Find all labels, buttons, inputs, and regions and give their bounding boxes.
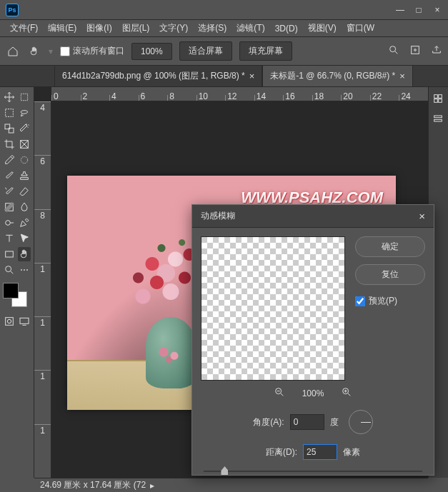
marquee-tool[interactable] bbox=[3, 106, 16, 120]
blur-tool[interactable] bbox=[18, 200, 31, 214]
lasso-tool[interactable] bbox=[18, 106, 31, 120]
svg-point-8 bbox=[21, 156, 27, 163]
quick-select-tool[interactable] bbox=[3, 121, 16, 136]
search-icon[interactable] bbox=[388, 44, 399, 58]
app-logo: Ps bbox=[6, 4, 19, 16]
zoom-in-icon[interactable] bbox=[341, 386, 352, 400]
panel-icon-2[interactable] bbox=[432, 113, 445, 126]
svg-rect-17 bbox=[438, 95, 442, 99]
svg-rect-16 bbox=[434, 95, 437, 99]
screen-mode-toggle[interactable] bbox=[18, 314, 31, 328]
foreground-swatch[interactable] bbox=[3, 283, 19, 298]
dodge-tool[interactable] bbox=[3, 216, 16, 230]
svg-point-0 bbox=[390, 46, 396, 52]
slider-thumb[interactable] bbox=[221, 466, 228, 475]
tab-document-2[interactable]: 未标题-1 @ 66.7% (0, RGB/8#) *× bbox=[262, 65, 413, 86]
menu-image[interactable]: 图像(I) bbox=[82, 21, 116, 36]
menu-layer[interactable]: 图层(L) bbox=[118, 21, 154, 36]
vertical-ruler: 4681111 bbox=[34, 101, 51, 478]
quick-mask-toggle[interactable] bbox=[3, 314, 16, 328]
distance-input[interactable] bbox=[303, 444, 337, 460]
menu-3d[interactable]: 3D(D) bbox=[271, 22, 302, 35]
svg-point-14 bbox=[8, 319, 11, 323]
color-swatches[interactable] bbox=[3, 283, 27, 307]
reset-button[interactable]: 复位 bbox=[355, 264, 425, 285]
brush-tool[interactable] bbox=[3, 169, 16, 183]
svg-rect-13 bbox=[6, 318, 14, 326]
svg-rect-15 bbox=[20, 318, 29, 323]
svg-rect-19 bbox=[438, 99, 442, 103]
distance-label: 距离(D): bbox=[266, 446, 297, 458]
home-icon[interactable] bbox=[6, 44, 20, 59]
menu-filter[interactable]: 滤镜(T) bbox=[232, 21, 269, 36]
distance-slider[interactable] bbox=[204, 464, 422, 478]
angle-input[interactable] bbox=[290, 414, 324, 430]
zoom-tool[interactable] bbox=[3, 263, 16, 277]
menu-edit[interactable]: 编辑(E) bbox=[44, 21, 81, 36]
workspace-icon[interactable] bbox=[409, 44, 421, 58]
dialog-title: 动感模糊 bbox=[201, 210, 235, 222]
distance-unit: 像素 bbox=[343, 446, 360, 458]
frame-tool[interactable] bbox=[18, 137, 31, 151]
motion-blur-dialog: 动感模糊 × 确定 复位 预览(P) 100% 角度(A): 度 距离(D): … bbox=[191, 204, 434, 476]
svg-rect-1 bbox=[412, 46, 419, 54]
menu-file[interactable]: 文件(F) bbox=[6, 21, 42, 36]
options-bar: ▾ 滚动所有窗口 100% 适合屏幕 填充屏幕 bbox=[0, 37, 448, 66]
svg-rect-21 bbox=[434, 119, 442, 121]
hand-tool-icon[interactable] bbox=[27, 44, 41, 59]
dialog-titlebar[interactable]: 动感模糊 × bbox=[192, 205, 434, 228]
edit-toolbar[interactable]: ⋯ bbox=[18, 263, 31, 277]
pen-tool[interactable] bbox=[18, 216, 31, 230]
move-tool[interactable] bbox=[3, 90, 16, 104]
eraser-tool[interactable] bbox=[18, 184, 31, 199]
svg-rect-20 bbox=[434, 116, 442, 118]
ok-button[interactable]: 确定 bbox=[355, 236, 425, 257]
fit-screen-button[interactable]: 适合屏幕 bbox=[179, 41, 232, 61]
gradient-tool[interactable] bbox=[3, 200, 16, 214]
crop-tool[interactable] bbox=[3, 137, 16, 151]
angle-unit: 度 bbox=[330, 416, 339, 428]
preview-checkbox[interactable]: 预览(P) bbox=[355, 295, 425, 307]
tab-close-icon[interactable]: × bbox=[399, 71, 405, 81]
zoom-out-icon[interactable] bbox=[274, 386, 285, 400]
svg-point-12 bbox=[6, 266, 11, 272]
close-button[interactable]: × bbox=[432, 5, 442, 15]
tab-close-icon[interactable]: × bbox=[249, 71, 255, 81]
magic-wand-tool[interactable] bbox=[18, 121, 31, 136]
svg-point-2 bbox=[414, 49, 417, 51]
status-bar: 24.69 厘米 x 17.64 厘米 (72▸ bbox=[34, 478, 428, 492]
clone-stamp-tool[interactable] bbox=[18, 169, 31, 183]
share-icon[interactable] bbox=[431, 44, 442, 58]
scroll-all-checkbox[interactable]: 滚动所有窗口 bbox=[60, 45, 124, 57]
horizontal-ruler: 024681012141618202224 bbox=[51, 87, 428, 101]
eyedropper-tool[interactable] bbox=[3, 153, 16, 167]
history-brush-tool[interactable] bbox=[3, 184, 16, 199]
type-tool[interactable] bbox=[3, 231, 16, 246]
document-tabs: 614d1b2a799db.png @ 100% (图层 1, RGB/8) *… bbox=[0, 66, 448, 87]
svg-rect-11 bbox=[6, 251, 14, 257]
path-select-tool[interactable] bbox=[18, 231, 31, 246]
rectangle-tool[interactable] bbox=[3, 247, 16, 261]
maximize-button[interactable]: □ bbox=[414, 5, 424, 15]
svg-point-10 bbox=[6, 221, 11, 226]
menu-type[interactable]: 文字(Y) bbox=[155, 21, 192, 36]
zoom-value: 100% bbox=[302, 388, 324, 398]
titlebar: Ps — □ × bbox=[0, 0, 448, 20]
minimize-button[interactable]: — bbox=[395, 5, 405, 15]
angle-label: 角度(A): bbox=[253, 416, 284, 428]
patch-tool[interactable] bbox=[18, 153, 31, 167]
artboard-tool[interactable] bbox=[18, 90, 31, 104]
svg-rect-3 bbox=[21, 94, 27, 100]
effect-preview[interactable] bbox=[201, 236, 345, 381]
zoom-level-button[interactable]: 100% bbox=[131, 43, 172, 60]
menu-window[interactable]: 窗口(W bbox=[342, 21, 379, 36]
menu-view[interactable]: 视图(V) bbox=[304, 21, 341, 36]
toolbox: ⋯ bbox=[0, 87, 34, 478]
hand-tool[interactable] bbox=[18, 247, 31, 261]
dialog-close-button[interactable]: × bbox=[419, 210, 425, 222]
angle-dial[interactable] bbox=[349, 410, 373, 434]
tab-document-1[interactable]: 614d1b2a799db.png @ 100% (图层 1, RGB/8) *… bbox=[54, 65, 262, 86]
menu-select[interactable]: 选择(S) bbox=[194, 21, 231, 36]
fill-screen-button[interactable]: 填充屏幕 bbox=[239, 41, 292, 61]
panel-icon-1[interactable] bbox=[432, 93, 445, 106]
